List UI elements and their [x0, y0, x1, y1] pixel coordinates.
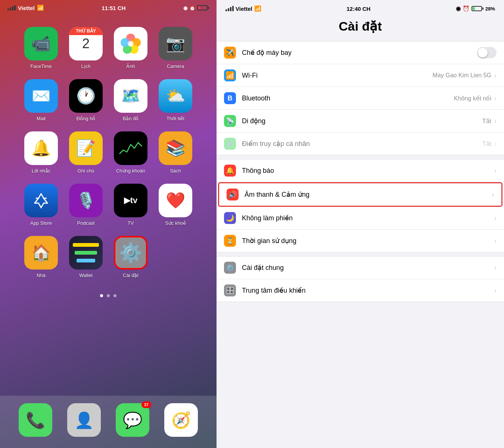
contacts-icon: 👤 — [67, 403, 101, 437]
podcasts-label: Podcast — [77, 220, 95, 226]
dock-messages[interactable]: 💬 37 — [116, 403, 149, 437]
reminders-icon: 🔔 — [24, 131, 58, 165]
dock-contacts[interactable]: 👤 — [67, 403, 101, 437]
settings-row-wifi[interactable]: 📶 Wi-Fi May Gao Kim Lien 5G › — [217, 64, 504, 87]
app-camera[interactable]: 📷 Camera — [153, 22, 198, 74]
settings-row-dnd[interactable]: 🌙 Không làm phiền › — [217, 207, 504, 230]
settings-row-hotspot[interactable]: 🔗 Điểm truy cập cá nhân Tắt › — [217, 133, 504, 155]
health-icon: ❤️ — [159, 184, 192, 217]
app-facetime[interactable]: 📹 FaceTime — [19, 22, 63, 74]
dnd-icon: 🌙 — [224, 212, 236, 224]
screen-icon: ◉ — [456, 5, 461, 12]
empty-slot — [153, 231, 198, 283]
airplane-toggle[interactable] — [477, 47, 497, 58]
app-reminders[interactable]: 🔔 Lời nhắc — [19, 126, 63, 178]
notifications-label: Thông báo — [242, 167, 494, 175]
settings-row-controlcenter[interactable]: 🎛️ Trung tâm điều khiển › — [217, 279, 504, 302]
messages-badge: 37 — [141, 401, 151, 408]
status-bar-right: Viettel 📶 12:40 CH ◉ ⏰ 28% — [217, 0, 504, 15]
battery-right — [472, 6, 483, 11]
dock-safari[interactable]: 🧭 — [164, 403, 198, 437]
app-home[interactable]: 🏠 Nhà — [19, 231, 63, 283]
wifi-icon-left: 📶 — [37, 4, 44, 11]
settings-group-notifications: 🔔 Thông báo › 🔊 Âm thanh & Cảm ứng › 🌙 K… — [217, 159, 504, 252]
left-phone: Viettel 📶 11:51 CH ◉ ⏰ 📹 FaceTime THỨ BẢ… — [0, 0, 217, 448]
svg-point-5 — [128, 41, 134, 47]
cellular-icon: 📡 — [224, 115, 236, 127]
cellular-chevron: › — [494, 117, 497, 125]
airplane-label: Chế độ máy bay — [242, 49, 477, 57]
facetime-label: FaceTime — [30, 63, 52, 69]
home-grid: 📹 FaceTime THỨ BẢY 2 Lịch — [0, 14, 217, 290]
screentime-chevron: › — [494, 237, 497, 245]
app-mail[interactable]: ✉️ Mail — [19, 74, 63, 126]
cal-header: THỨ BẢY — [69, 27, 103, 35]
dock-phone[interactable]: 📞 — [19, 403, 52, 437]
weather-icon: ⛅ — [159, 79, 192, 113]
carrier-right: Viettel — [236, 6, 252, 12]
time-left: 11:51 CH — [102, 5, 125, 11]
home-label: Nhà — [37, 273, 46, 278]
app-appstore[interactable]: App Store — [19, 178, 63, 231]
toggle-thumb-airplane — [478, 48, 488, 57]
cal-day: 2 — [82, 35, 90, 53]
general-chevron: › — [494, 264, 497, 272]
app-clock[interactable]: 🕐 Đồng hồ — [63, 74, 108, 126]
wallet-label: Wallet — [79, 273, 93, 278]
tv-label: TV — [128, 220, 134, 226]
app-photos[interactable]: Ảnh — [108, 22, 153, 74]
settings-row-screentime[interactable]: ⏳ Thời gian sử dụng › — [217, 230, 504, 252]
controlcenter-label: Trung tâm điều khiển — [242, 286, 494, 295]
wifi-label: Wi-Fi — [242, 72, 433, 80]
appstore-icon — [24, 184, 58, 217]
settings-row-sound[interactable]: 🔊 Âm thanh & Cảm ứng › — [218, 182, 503, 207]
app-notes[interactable]: 📝 Ghi chú — [63, 126, 108, 178]
settings-row-notifications[interactable]: 🔔 Thông báo › — [217, 159, 504, 182]
signal-bars-right — [225, 6, 234, 11]
health-label: Sức khoẻ — [165, 220, 186, 226]
settings-row-general[interactable]: ⚙️ Cài đặt chung › — [217, 256, 504, 279]
app-calendar[interactable]: THỨ BẢY 2 Lịch — [63, 22, 108, 74]
app-settings[interactable]: ⚙️ Cài đặt — [108, 231, 153, 283]
dot-2 — [107, 294, 110, 297]
messages-icon: 💬 — [116, 403, 149, 437]
signal-bars-left — [7, 5, 16, 10]
wifi-icon-right: 📶 — [254, 5, 261, 12]
photos-label: Ảnh — [126, 63, 135, 69]
app-podcasts[interactable]: 🎙️ Podcast — [63, 178, 108, 231]
battery-fill-left — [198, 6, 200, 9]
settings-row-cellular[interactable]: 📡 Di động Tắt › — [217, 110, 504, 133]
dnd-chevron: › — [494, 214, 497, 222]
reminders-label: Lời nhắc — [32, 168, 51, 174]
weather-label: Thời tiết — [167, 116, 184, 121]
bluetooth-value: Không kết nối — [454, 95, 491, 102]
mail-icon: ✉️ — [24, 79, 58, 113]
app-health[interactable]: ❤️ Sức khoẻ — [153, 178, 198, 231]
status-carrier-right: Viettel 📶 — [225, 5, 261, 12]
status-bar-left: Viettel 📶 11:51 CH ◉ ⏰ — [0, 0, 217, 14]
stocks-label: Chứng khoán — [116, 168, 145, 174]
screentime-label: Thời gian sử dụng — [242, 237, 494, 245]
books-icon: 📚 — [159, 131, 192, 165]
notifications-chevron: › — [494, 167, 497, 175]
calendar-icon: THỨ BẢY 2 — [69, 27, 103, 60]
settings-row-airplane[interactable]: ✈️ Chế độ máy bay — [217, 41, 504, 64]
sound-chevron: › — [492, 191, 494, 199]
safari-icon: 🧭 — [164, 403, 198, 437]
phone-icon: 📞 — [19, 403, 52, 437]
location-icon: ◉ — [183, 5, 187, 11]
app-stocks[interactable]: Chứng khoán — [108, 126, 153, 178]
controlcenter-chevron: › — [494, 287, 497, 295]
app-books[interactable]: 📚 Sách — [153, 126, 198, 178]
wifi-value: May Gao Kim Lien 5G — [433, 72, 491, 79]
battery-left — [197, 5, 209, 10]
alarm-icon: ⏰ — [189, 5, 195, 11]
settings-row-bluetooth[interactable]: B Bluetooth Không kết nối › — [217, 87, 504, 110]
camera-label: Camera — [167, 63, 184, 69]
app-weather[interactable]: ⛅ Thời tiết — [153, 74, 198, 126]
app-tv[interactable]: ▶tv TV — [108, 178, 153, 231]
app-maps[interactable]: 🗺️ Bản đồ — [108, 74, 153, 126]
app-wallet[interactable]: Wallet — [63, 231, 108, 283]
right-phone: Viettel 📶 12:40 CH ◉ ⏰ 28% Cài đặt ✈️ Ch… — [217, 0, 504, 448]
sound-label: Âm thanh & Cảm ứng — [245, 190, 492, 199]
